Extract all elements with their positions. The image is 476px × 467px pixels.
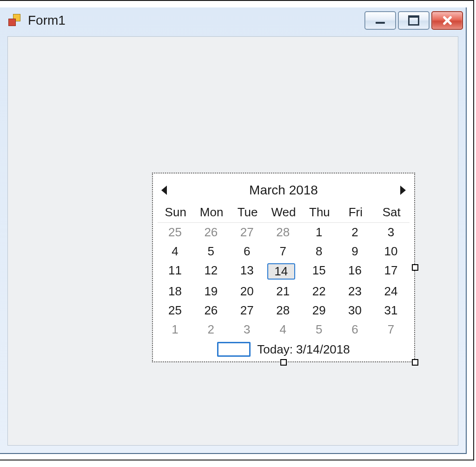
resize-handle-right[interactable] (412, 264, 418, 271)
calendar-day-header: Wed (265, 202, 301, 223)
calendar-day[interactable]: 3 (374, 223, 410, 242)
close-icon (442, 15, 452, 26)
calendar-day[interactable]: 2 (193, 320, 229, 339)
calendar-day[interactable]: 5 (302, 320, 337, 339)
calendar-day[interactable]: 9 (337, 242, 373, 261)
outer-frame: Form1 March 2018 (0, 0, 474, 460)
calendar-day[interactable]: 3 (230, 320, 265, 339)
calendar-day-header: Tue (230, 202, 265, 223)
calendar-day[interactable]: 25 (158, 301, 193, 320)
close-button[interactable] (431, 11, 463, 30)
calendar-day[interactable]: 28 (265, 301, 301, 320)
calendar-day[interactable]: 10 (374, 242, 410, 261)
month-calendar[interactable]: March 2018 SunMonTueWedThuFriSat25262728… (152, 173, 415, 362)
calendar-day-header: Fri (337, 202, 373, 223)
calendar-day[interactable]: 23 (337, 282, 373, 301)
maximize-icon (408, 15, 419, 26)
calendar-day[interactable]: 6 (230, 242, 265, 261)
calendar-day[interactable]: 24 (374, 282, 410, 301)
calendar-day[interactable]: 28 (265, 223, 301, 242)
calendar-day[interactable]: 1 (302, 223, 337, 242)
calendar-day[interactable]: 27 (230, 223, 265, 242)
calendar-day[interactable]: 7 (374, 320, 410, 339)
calendar-day[interactable]: 12 (193, 261, 229, 282)
calendar-day[interactable]: 29 (302, 301, 337, 320)
calendar-day[interactable]: 4 (265, 320, 301, 339)
calendar-day[interactable]: 19 (193, 282, 229, 301)
calendar-day[interactable]: 4 (158, 242, 193, 261)
today-indicator-icon (217, 342, 251, 357)
calendar-day[interactable]: 25 (158, 223, 193, 242)
next-month-button[interactable] (400, 186, 406, 195)
calendar-day[interactable]: 16 (337, 261, 373, 282)
calendar-day-header: Sun (158, 202, 193, 223)
client-area: March 2018 SunMonTueWedThuFriSat25262728… (7, 36, 458, 446)
caption-buttons (364, 11, 463, 30)
titlebar[interactable]: Form1 (0, 7, 466, 33)
window-form1: Form1 March 2018 (0, 7, 467, 454)
calendar-day[interactable]: 31 (374, 301, 410, 320)
prev-month-button[interactable] (161, 186, 167, 195)
calendar-grid: SunMonTueWedThuFriSat2526272812345678910… (155, 202, 412, 339)
title-left: Form1 (8, 13, 66, 28)
calendar-nav: March 2018 (155, 175, 412, 202)
calendar-day-header: Sat (374, 202, 410, 223)
calendar-day-header: Mon (193, 202, 229, 223)
calendar-day[interactable]: 26 (193, 301, 229, 320)
minimize-icon (376, 22, 385, 24)
maximize-button[interactable] (398, 11, 430, 30)
calendar-day[interactable]: 26 (193, 223, 229, 242)
calendar-day[interactable]: 20 (230, 282, 265, 301)
calendar-day[interactable]: 18 (158, 282, 193, 301)
resize-handle-bottom[interactable] (280, 359, 287, 366)
minimize-button[interactable] (364, 11, 396, 30)
today-label: Today: 3/14/2018 (257, 342, 350, 357)
calendar-day[interactable]: 27 (230, 301, 265, 320)
calendar-day[interactable]: 21 (265, 282, 301, 301)
calendar-day[interactable]: 13 (230, 261, 265, 282)
calendar-day-header: Thu (302, 202, 337, 223)
window-title: Form1 (28, 13, 66, 28)
calendar-day[interactable]: 30 (337, 301, 373, 320)
calendar-day[interactable]: 6 (337, 320, 373, 339)
calendar-day[interactable]: 22 (302, 282, 337, 301)
resize-handle-corner[interactable] (412, 359, 418, 366)
calendar-day[interactable]: 15 (302, 261, 337, 282)
calendar-title[interactable]: March 2018 (249, 183, 318, 198)
calendar-day[interactable]: 8 (302, 242, 337, 261)
calendar-day[interactable]: 2 (337, 223, 373, 242)
calendar-day[interactable]: 11 (158, 261, 193, 282)
calendar-day[interactable]: 17 (374, 261, 410, 282)
calendar-footer[interactable]: Today: 3/14/2018 (155, 339, 412, 359)
calendar-day[interactable]: 1 (158, 320, 193, 339)
calendar-day[interactable]: 7 (265, 242, 301, 261)
calendar-day[interactable]: 5 (193, 242, 229, 261)
app-icon (8, 14, 21, 27)
calendar-day[interactable]: 14 (265, 261, 301, 282)
